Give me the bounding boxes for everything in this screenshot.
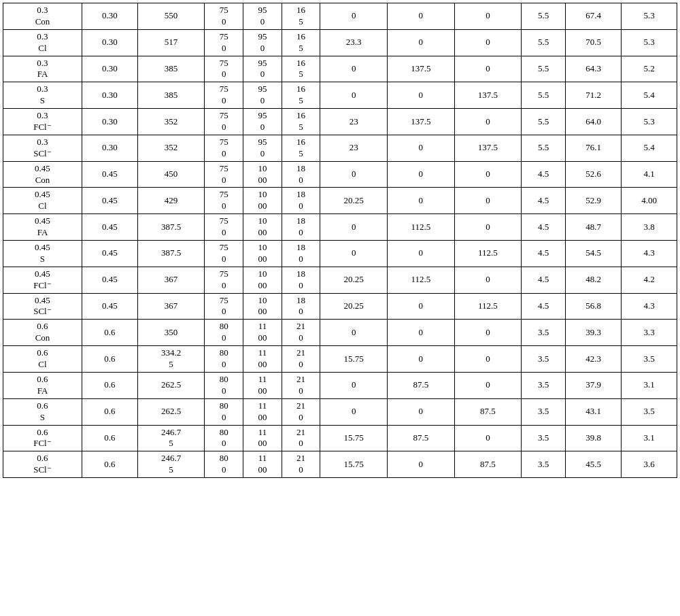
table-cell: 3.8	[622, 214, 677, 241]
table-cell: 5.3	[622, 29, 677, 56]
table-cell: 11 00	[243, 425, 282, 451]
table-cell: 0.45 SCl⁻	[3, 293, 82, 320]
table-cell: 0	[388, 293, 455, 320]
table-cell: 95 0	[243, 109, 282, 135]
table-cell: 75 0	[205, 267, 243, 293]
table-cell: 23.3	[320, 29, 388, 56]
table-cell: 39.3	[566, 320, 622, 346]
table-cell: 4.5	[522, 241, 566, 267]
table-cell: 4.1	[622, 161, 677, 188]
table-cell: 10 00	[243, 267, 282, 293]
table-cell: 3.5	[522, 451, 566, 478]
table-cell: 0.45	[82, 188, 137, 214]
table-cell: 20.25	[320, 267, 388, 293]
table-cell: 95 0	[243, 135, 282, 161]
table-cell: 0.3 Con	[3, 3, 82, 30]
table-cell: 48.7	[566, 214, 622, 241]
table-cell: 0.45 S	[3, 241, 82, 267]
table-cell: 11 00	[243, 398, 282, 425]
table-row: 0.45 SCl⁻0.4536775 010 0018 020.250112.5…	[3, 293, 677, 320]
table-cell: 0.45 FCl⁻	[3, 267, 82, 293]
table-cell: 0.45 Cl	[3, 188, 82, 214]
table-cell: 0.6 Cl	[3, 346, 82, 373]
table-cell: 0.3 FCl⁻	[3, 109, 82, 135]
table-cell: 0	[388, 135, 455, 161]
table-cell: 18 0	[282, 188, 320, 214]
table-cell: 5.5	[522, 3, 566, 30]
table-row: 0.6 SCl⁻0.6246.7 580 011 0021 015.75087.…	[3, 451, 677, 478]
table-cell: 75 0	[205, 135, 243, 161]
table-row: 0.3 SCl⁻0.3035275 095 016 5230137.55.576…	[3, 135, 677, 161]
table-cell: 5.5	[522, 29, 566, 56]
table-cell: 137.5	[454, 82, 522, 109]
table-cell: 0	[388, 3, 455, 30]
table-cell: 0	[454, 188, 522, 214]
table-cell: 0.6	[82, 398, 137, 425]
table-cell: 80 0	[205, 372, 243, 398]
table-cell: 80 0	[205, 320, 243, 346]
table-cell: 3.1	[622, 425, 677, 451]
table-cell: 3.1	[622, 372, 677, 398]
table-row: 0.6 Con0.635080 011 0021 00003.539.33.3	[3, 320, 677, 346]
table-cell: 80 0	[205, 346, 243, 373]
table-cell: 0.45	[82, 214, 137, 241]
table-cell: 0.6 S	[3, 398, 82, 425]
table-cell: 87.5	[388, 425, 455, 451]
table-cell: 0.45 Con	[3, 161, 82, 188]
table-cell: 550	[137, 3, 205, 30]
table-cell: 517	[137, 29, 205, 56]
table-cell: 21 0	[282, 320, 320, 346]
table-cell: 75 0	[205, 29, 243, 56]
table-cell: 0	[454, 3, 522, 30]
table-cell: 4.5	[522, 267, 566, 293]
table-cell: 5.4	[622, 135, 677, 161]
table-cell: 0	[454, 214, 522, 241]
table-cell: 16 5	[282, 82, 320, 109]
table-cell: 0	[454, 109, 522, 135]
table-cell: 5.4	[622, 82, 677, 109]
table-cell: 0.30	[82, 82, 137, 109]
table-cell: 11 00	[243, 346, 282, 373]
table-cell: 95 0	[243, 29, 282, 56]
table-cell: 262.5	[137, 372, 205, 398]
table-cell: 0.6 FCl⁻	[3, 425, 82, 451]
table-cell: 387.5	[137, 214, 205, 241]
table-cell: 21 0	[282, 451, 320, 478]
table-cell: 0	[454, 372, 522, 398]
table-cell: 80 0	[205, 425, 243, 451]
table-cell: 15.75	[320, 425, 388, 451]
table-cell: 43.1	[566, 398, 622, 425]
table-cell: 67.4	[566, 3, 622, 30]
table-row: 0.45 Cl0.4542975 010 0018 020.25004.552.…	[3, 188, 677, 214]
table-cell: 385	[137, 56, 205, 82]
table-cell: 10 00	[243, 214, 282, 241]
table-cell: 75 0	[205, 241, 243, 267]
table-cell: 3.5	[522, 372, 566, 398]
table-cell: 0	[454, 267, 522, 293]
table-cell: 137.5	[388, 109, 455, 135]
table-cell: 0	[454, 320, 522, 346]
table-cell: 0.3 S	[3, 82, 82, 109]
table-cell: 246.7 5	[137, 451, 205, 478]
table-cell: 0.3 SCl⁻	[3, 135, 82, 161]
table-row: 0.6 Cl0.6334.2 580 011 0021 015.75003.54…	[3, 346, 677, 373]
table-cell: 0	[388, 82, 455, 109]
table-cell: 11 00	[243, 372, 282, 398]
table-cell: 5.5	[522, 135, 566, 161]
table-cell: 4.5	[522, 188, 566, 214]
table-cell: 5.3	[622, 3, 677, 30]
table-cell: 0.45 FA	[3, 214, 82, 241]
table-cell: 0	[320, 3, 388, 30]
table-cell: 3.5	[522, 425, 566, 451]
table-cell: 16 5	[282, 109, 320, 135]
table-cell: 0.3 FA	[3, 56, 82, 82]
table-cell: 75 0	[205, 82, 243, 109]
table-cell: 75 0	[205, 214, 243, 241]
table-cell: 112.5	[388, 267, 455, 293]
table-cell: 0	[320, 372, 388, 398]
table-cell: 0.6	[82, 451, 137, 478]
table-cell: 0	[388, 188, 455, 214]
table-cell: 54.5	[566, 241, 622, 267]
table-cell: 0.45	[82, 267, 137, 293]
table-cell: 3.5	[522, 320, 566, 346]
